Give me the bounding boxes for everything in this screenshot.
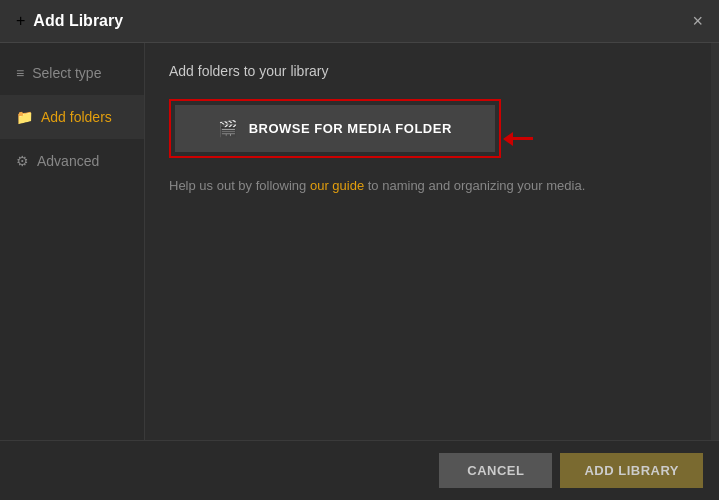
- sidebar-item-select-type[interactable]: ≡ Select type: [0, 51, 144, 95]
- add-library-button[interactable]: ADD LIBRARY: [560, 453, 703, 488]
- browse-btn-wrapper: 🎬 BROWSE FOR MEDIA FOLDER: [169, 99, 501, 158]
- sidebar-item-label: Select type: [32, 65, 101, 81]
- sidebar: ≡ Select type 📁 Add folders ⚙ Advanced: [0, 43, 145, 440]
- list-icon: ≡: [16, 65, 24, 81]
- arrow-line: [513, 137, 533, 140]
- sidebar-item-label: Add folders: [41, 109, 112, 125]
- dialog-footer: CANCEL ADD LIBRARY: [0, 440, 719, 500]
- arrow-head: [503, 132, 513, 146]
- content-title: Add folders to your library: [169, 63, 695, 79]
- sidebar-item-add-folders[interactable]: 📁 Add folders: [0, 95, 144, 139]
- main-content: Add folders to your library 🎬 BROWSE FOR…: [145, 43, 719, 440]
- browse-button-label: BROWSE FOR MEDIA FOLDER: [249, 121, 452, 136]
- gear-icon: ⚙: [16, 153, 29, 169]
- scrollbar[interactable]: [711, 43, 719, 440]
- dialog-body: ≡ Select type 📁 Add folders ⚙ Advanced A…: [0, 43, 719, 440]
- help-text-before: Help us out by following: [169, 178, 310, 193]
- arrow-indicator: [503, 132, 533, 146]
- header-left: + Add Library: [16, 12, 123, 30]
- help-text: Help us out by following our guide to na…: [169, 178, 695, 193]
- our-guide-link[interactable]: our guide: [310, 178, 364, 193]
- film-icon: 🎬: [218, 119, 239, 138]
- plus-icon: +: [16, 12, 25, 30]
- cancel-button[interactable]: CANCEL: [439, 453, 552, 488]
- folder-icon: 📁: [16, 109, 33, 125]
- sidebar-item-label: Advanced: [37, 153, 99, 169]
- dialog-header: + Add Library ×: [0, 0, 719, 43]
- sidebar-item-advanced[interactable]: ⚙ Advanced: [0, 139, 144, 183]
- help-text-after: to naming and organizing your media.: [364, 178, 585, 193]
- browse-media-folder-button[interactable]: 🎬 BROWSE FOR MEDIA FOLDER: [175, 105, 495, 152]
- dialog-title: Add Library: [33, 12, 123, 30]
- close-button[interactable]: ×: [692, 12, 703, 30]
- add-library-dialog: + Add Library × ≡ Select type 📁 Add fold…: [0, 0, 719, 500]
